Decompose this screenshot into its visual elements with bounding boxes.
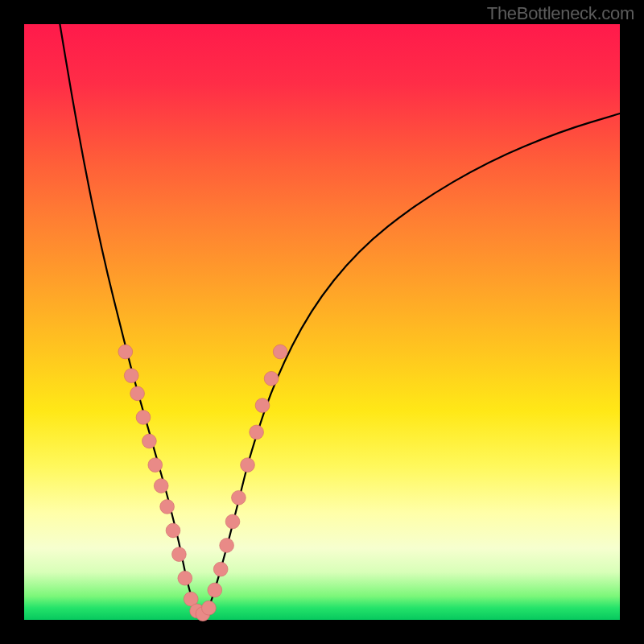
sample-bead: [124, 369, 138, 383]
sample-bead: [160, 500, 175, 514]
sample-beads-group: [118, 345, 287, 621]
sample-bead: [255, 398, 270, 413]
sample-bead: [136, 411, 151, 425]
sample-bead: [148, 458, 163, 473]
chart-svg: [24, 24, 620, 620]
sample-bead: [154, 479, 168, 493]
sample-bead: [213, 562, 228, 576]
sample-bead: [130, 386, 145, 401]
sample-bead: [166, 523, 180, 538]
bottleneck-curve: [60, 24, 620, 613]
sample-bead: [250, 425, 264, 440]
plot-area: [24, 24, 620, 620]
sample-bead: [142, 434, 157, 448]
watermark-text: TheBottleneck.com: [487, 3, 634, 24]
sample-bead: [172, 547, 187, 562]
sample-bead: [208, 583, 222, 597]
sample-bead: [232, 490, 246, 505]
sample-bead: [178, 571, 192, 585]
chart-frame: TheBottleneck.com: [0, 0, 644, 644]
sample-bead: [220, 539, 234, 553]
sample-bead: [225, 514, 240, 529]
sample-bead: [273, 345, 287, 359]
sample-bead: [118, 345, 133, 359]
sample-bead: [241, 458, 255, 473]
sample-bead: [264, 371, 279, 386]
sample-bead: [202, 601, 217, 615]
